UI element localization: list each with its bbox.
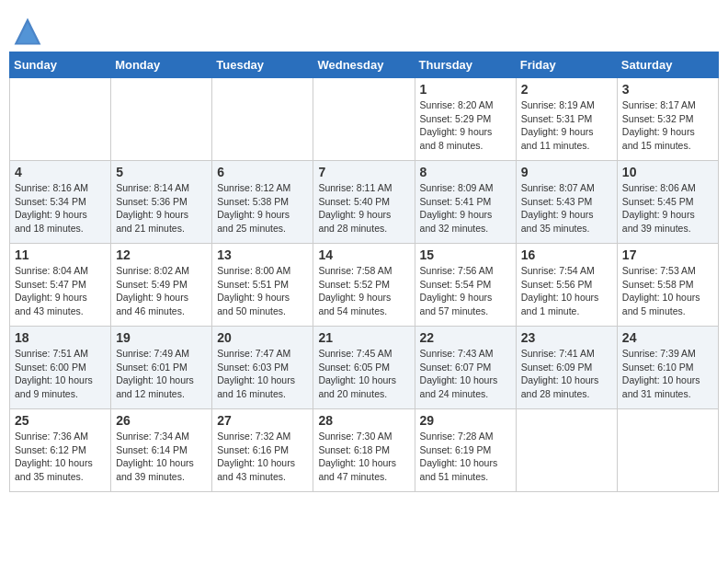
day-info: Sunrise: 8:17 AM Sunset: 5:32 PM Dayligh… — [622, 98, 713, 153]
calendar-cell: 23Sunrise: 7:41 AM Sunset: 6:09 PM Dayli… — [516, 327, 617, 409]
calendar-week-1: 1Sunrise: 8:20 AM Sunset: 5:29 PM Daylig… — [10, 78, 719, 161]
header-thursday: Thursday — [415, 52, 516, 78]
calendar-cell: 25Sunrise: 7:36 AM Sunset: 6:12 PM Dayli… — [10, 409, 111, 492]
day-number: 27 — [217, 413, 308, 428]
day-info: Sunrise: 8:16 AM Sunset: 5:34 PM Dayligh… — [15, 181, 106, 236]
header-tuesday: Tuesday — [212, 52, 313, 78]
day-number: 14 — [318, 247, 409, 262]
day-info: Sunrise: 7:47 AM Sunset: 6:03 PM Dayligh… — [217, 347, 308, 401]
calendar-table: SundayMondayTuesdayWednesdayThursdayFrid… — [9, 52, 719, 492]
day-info: Sunrise: 8:00 AM Sunset: 5:51 PM Dayligh… — [217, 264, 308, 318]
day-info: Sunrise: 7:41 AM Sunset: 6:09 PM Dayligh… — [521, 347, 612, 401]
day-number: 15 — [420, 247, 511, 262]
calendar-week-3: 11Sunrise: 8:04 AM Sunset: 5:47 PM Dayli… — [10, 244, 719, 327]
day-number: 18 — [15, 330, 106, 345]
calendar-cell: 19Sunrise: 7:49 AM Sunset: 6:01 PM Dayli… — [111, 327, 212, 409]
calendar-cell: 27Sunrise: 7:32 AM Sunset: 6:16 PM Dayli… — [212, 409, 313, 492]
day-info: Sunrise: 7:28 AM Sunset: 6:19 PM Dayligh… — [420, 430, 511, 484]
calendar-cell: 29Sunrise: 7:28 AM Sunset: 6:19 PM Dayli… — [415, 409, 516, 492]
day-info: Sunrise: 8:02 AM Sunset: 5:49 PM Dayligh… — [116, 264, 207, 318]
calendar-cell: 21Sunrise: 7:45 AM Sunset: 6:05 PM Dayli… — [313, 327, 415, 409]
day-info: Sunrise: 8:06 AM Sunset: 5:45 PM Dayligh… — [622, 181, 713, 236]
day-info: Sunrise: 7:36 AM Sunset: 6:12 PM Dayligh… — [15, 430, 106, 484]
day-number: 26 — [116, 413, 207, 428]
page-header — [9, 9, 719, 46]
logo — [13, 17, 46, 46]
day-number: 23 — [521, 330, 612, 345]
day-number: 1 — [420, 82, 511, 97]
calendar-week-4: 18Sunrise: 7:51 AM Sunset: 6:00 PM Dayli… — [10, 327, 719, 409]
calendar-cell: 24Sunrise: 7:39 AM Sunset: 6:10 PM Dayli… — [617, 327, 718, 409]
calendar-cell: 6Sunrise: 8:12 AM Sunset: 5:38 PM Daylig… — [212, 161, 313, 244]
calendar-cell: 13Sunrise: 8:00 AM Sunset: 5:51 PM Dayli… — [212, 244, 313, 327]
day-number: 8 — [420, 165, 511, 179]
day-number: 29 — [420, 413, 511, 428]
day-number: 4 — [15, 165, 106, 179]
calendar-cell: 17Sunrise: 7:53 AM Sunset: 5:58 PM Dayli… — [617, 244, 718, 327]
day-info: Sunrise: 7:34 AM Sunset: 6:14 PM Dayligh… — [116, 430, 207, 484]
day-number: 24 — [622, 330, 713, 345]
header-monday: Monday — [111, 52, 212, 78]
calendar-cell: 1Sunrise: 8:20 AM Sunset: 5:29 PM Daylig… — [415, 78, 516, 161]
day-number: 20 — [217, 330, 308, 345]
day-info: Sunrise: 8:14 AM Sunset: 5:36 PM Dayligh… — [116, 181, 207, 236]
calendar-cell: 20Sunrise: 7:47 AM Sunset: 6:03 PM Dayli… — [212, 327, 313, 409]
day-info: Sunrise: 7:43 AM Sunset: 6:07 PM Dayligh… — [420, 347, 511, 401]
calendar-cell: 26Sunrise: 7:34 AM Sunset: 6:14 PM Dayli… — [111, 409, 212, 492]
day-number: 13 — [217, 247, 308, 262]
calendar-week-2: 4Sunrise: 8:16 AM Sunset: 5:34 PM Daylig… — [10, 161, 719, 244]
calendar-cell — [617, 409, 718, 492]
day-info: Sunrise: 7:51 AM Sunset: 6:00 PM Dayligh… — [15, 347, 106, 401]
day-info: Sunrise: 8:07 AM Sunset: 5:43 PM Dayligh… — [521, 181, 612, 236]
day-info: Sunrise: 8:09 AM Sunset: 5:41 PM Dayligh… — [420, 181, 511, 236]
day-number: 11 — [15, 247, 106, 262]
day-info: Sunrise: 7:53 AM Sunset: 5:58 PM Dayligh… — [622, 264, 713, 318]
calendar-cell: 16Sunrise: 7:54 AM Sunset: 5:56 PM Dayli… — [516, 244, 617, 327]
calendar-cell: 3Sunrise: 8:17 AM Sunset: 5:32 PM Daylig… — [617, 78, 718, 161]
day-number: 17 — [622, 247, 713, 262]
day-info: Sunrise: 8:11 AM Sunset: 5:40 PM Dayligh… — [318, 181, 409, 236]
day-number: 6 — [217, 165, 308, 179]
calendar-cell: 2Sunrise: 8:19 AM Sunset: 5:31 PM Daylig… — [516, 78, 617, 161]
calendar-cell: 4Sunrise: 8:16 AM Sunset: 5:34 PM Daylig… — [10, 161, 111, 244]
header-wednesday: Wednesday — [313, 52, 415, 78]
day-info: Sunrise: 8:04 AM Sunset: 5:47 PM Dayligh… — [15, 264, 106, 318]
calendar-cell — [10, 78, 111, 161]
calendar-cell — [111, 78, 212, 161]
day-info: Sunrise: 8:12 AM Sunset: 5:38 PM Dayligh… — [217, 181, 308, 236]
day-number: 3 — [622, 82, 713, 97]
day-number: 21 — [318, 330, 409, 345]
calendar-cell: 14Sunrise: 7:58 AM Sunset: 5:52 PM Dayli… — [313, 244, 415, 327]
day-number: 16 — [521, 247, 612, 262]
calendar-cell: 28Sunrise: 7:30 AM Sunset: 6:18 PM Dayli… — [313, 409, 415, 492]
day-info: Sunrise: 7:56 AM Sunset: 5:54 PM Dayligh… — [420, 264, 511, 318]
day-info: Sunrise: 7:49 AM Sunset: 6:01 PM Dayligh… — [116, 347, 207, 401]
day-info: Sunrise: 7:39 AM Sunset: 6:10 PM Dayligh… — [622, 347, 713, 401]
day-number: 10 — [622, 165, 713, 179]
calendar-cell: 8Sunrise: 8:09 AM Sunset: 5:41 PM Daylig… — [415, 161, 516, 244]
calendar-cell — [313, 78, 415, 161]
logo-icon — [13, 17, 42, 46]
day-number: 12 — [116, 247, 207, 262]
day-info: Sunrise: 7:58 AM Sunset: 5:52 PM Dayligh… — [318, 264, 409, 318]
calendar-cell: 7Sunrise: 8:11 AM Sunset: 5:40 PM Daylig… — [313, 161, 415, 244]
header-sunday: Sunday — [10, 52, 111, 78]
day-number: 9 — [521, 165, 612, 179]
calendar-header-row: SundayMondayTuesdayWednesdayThursdayFrid… — [10, 52, 719, 78]
day-info: Sunrise: 7:30 AM Sunset: 6:18 PM Dayligh… — [318, 430, 409, 484]
day-info: Sunrise: 7:54 AM Sunset: 5:56 PM Dayligh… — [521, 264, 612, 318]
calendar-cell — [516, 409, 617, 492]
calendar-cell: 11Sunrise: 8:04 AM Sunset: 5:47 PM Dayli… — [10, 244, 111, 327]
day-number: 2 — [521, 82, 612, 97]
day-number: 28 — [318, 413, 409, 428]
calendar-cell: 5Sunrise: 8:14 AM Sunset: 5:36 PM Daylig… — [111, 161, 212, 244]
calendar-cell: 12Sunrise: 8:02 AM Sunset: 5:49 PM Dayli… — [111, 244, 212, 327]
day-info: Sunrise: 8:19 AM Sunset: 5:31 PM Dayligh… — [521, 98, 612, 153]
calendar-cell: 15Sunrise: 7:56 AM Sunset: 5:54 PM Dayli… — [415, 244, 516, 327]
day-info: Sunrise: 8:20 AM Sunset: 5:29 PM Dayligh… — [420, 98, 511, 153]
day-number: 25 — [15, 413, 106, 428]
day-number: 22 — [420, 330, 511, 345]
day-info: Sunrise: 7:45 AM Sunset: 6:05 PM Dayligh… — [318, 347, 409, 401]
day-number: 5 — [116, 165, 207, 179]
header-saturday: Saturday — [617, 52, 718, 78]
